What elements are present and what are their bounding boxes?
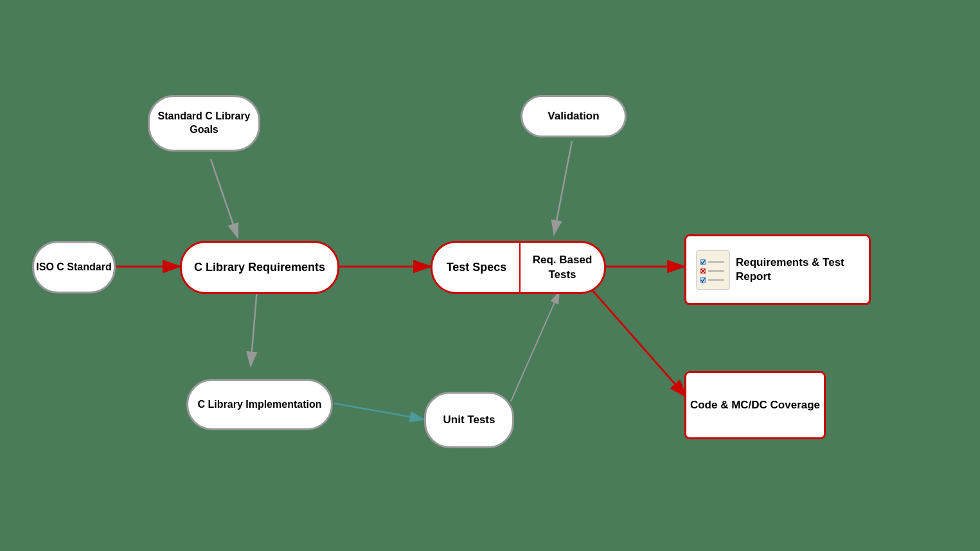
svg-line-8 (591, 289, 686, 397)
svg-line-10 (251, 289, 257, 366)
std-c-library-goals-node: Standard C Library Goals (148, 95, 260, 152)
document-icon (695, 249, 731, 291)
req-based-tests-node: Req. Based Tests (519, 241, 606, 294)
code-coverage-node: Code & MC/DC Coverage (684, 371, 826, 439)
svg-line-11 (334, 403, 424, 419)
svg-line-5 (211, 159, 238, 238)
test-specs-node: Test Specs (431, 241, 521, 294)
svg-line-9 (554, 141, 572, 234)
req-test-report-label: Requirements & Test Report (736, 256, 860, 284)
svg-line-12 (511, 292, 559, 401)
req-test-report-node: Requirements & Test Report (684, 234, 871, 305)
c-library-requirements-node: C Library Requirements (180, 241, 339, 294)
c-library-implementation-node: C Library Implementation (186, 379, 333, 430)
unit-tests-node: Unit Tests (424, 392, 514, 448)
diagram: ISO C Standard Standard C Library Goals … (0, 0, 980, 551)
validation-node: Validation (521, 95, 627, 137)
iso-c-standard-node: ISO C Standard (32, 241, 116, 293)
